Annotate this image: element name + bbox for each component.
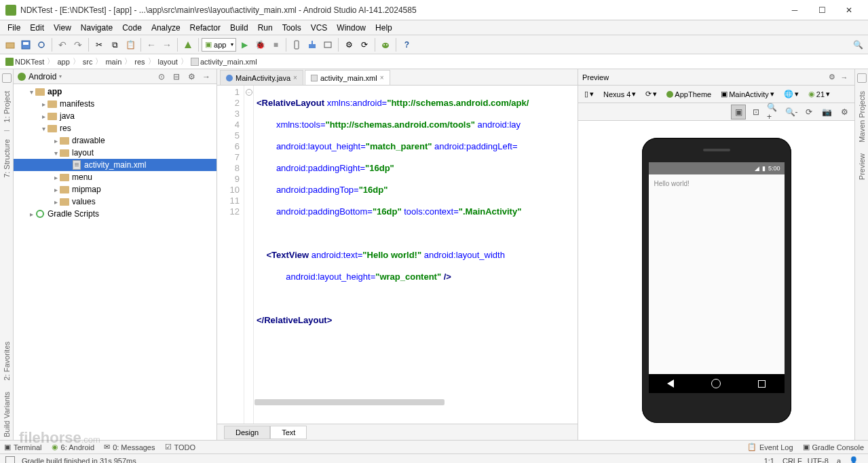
tool-windows-button[interactable] xyxy=(5,456,15,464)
crumb-app[interactable]: app xyxy=(56,58,71,66)
tree-values[interactable]: ▸values xyxy=(14,196,216,208)
minimize-button[interactable]: ─ xyxy=(781,2,808,18)
copy-button[interactable]: ⧉ xyxy=(107,37,122,52)
tool-favorites[interactable]: 2: Favorites xyxy=(3,339,11,383)
project-view-mode[interactable]: Android ▾ xyxy=(18,72,62,81)
tool-project[interactable]: 1: Project xyxy=(3,88,11,125)
design-tab[interactable]: Design xyxy=(224,426,270,439)
menu-file[interactable]: File xyxy=(3,22,25,34)
paste-button[interactable]: 📋 xyxy=(123,37,138,52)
tab-mainactivity[interactable]: MainActivity.java × xyxy=(220,70,303,85)
theme-select[interactable]: AppTheme xyxy=(663,88,715,100)
ddms-button[interactable] xyxy=(320,37,335,52)
refresh-preview-button[interactable]: ⟳ xyxy=(801,105,816,119)
zoom-fit-button[interactable]: ▣ xyxy=(731,105,746,119)
code-content[interactable]: <RelativeLayout xmlns:android="http://sc… xyxy=(254,86,578,424)
tree-manifests[interactable]: ▸manifests xyxy=(14,98,216,110)
tool-messages[interactable]: ✉0: Messages xyxy=(104,443,155,451)
device-name-select[interactable]: Nexus 4▾ xyxy=(600,88,639,100)
crumb-file[interactable]: activity_main.xml xyxy=(189,58,259,66)
device-select[interactable]: ▯▾ xyxy=(581,88,597,100)
tool-android-monitor[interactable]: ◉6: Android xyxy=(52,443,95,451)
tree-layout[interactable]: ▾layout xyxy=(14,147,216,159)
tree-app[interactable]: ▾app xyxy=(14,86,216,98)
menu-help[interactable]: Help xyxy=(371,22,397,34)
panel-settings-button[interactable]: ⚙ xyxy=(185,71,197,83)
undo-button[interactable]: ↶ xyxy=(55,37,70,52)
zoom-out-button[interactable]: 🔍- xyxy=(784,105,799,119)
sync-button[interactable] xyxy=(34,37,49,52)
tree-drawable[interactable]: ▸drawable xyxy=(14,134,216,147)
tab-close-icon[interactable]: × xyxy=(293,74,297,81)
tree-java[interactable]: ▸java xyxy=(14,110,216,122)
nav-back-button[interactable]: ← xyxy=(144,37,159,52)
tool-maven[interactable]: Maven Projects xyxy=(858,88,866,145)
code-editor[interactable]: 123456789101112 − <RelativeLayout xmlns:… xyxy=(217,86,578,424)
help-button[interactable]: ? xyxy=(399,37,414,52)
menu-refactor[interactable]: Refactor xyxy=(185,22,225,34)
sync-gradle-button[interactable]: ⟳ xyxy=(357,37,372,52)
menu-code[interactable]: Code xyxy=(117,22,147,34)
android-monitor-button[interactable] xyxy=(378,37,393,52)
tool-preview[interactable]: Preview xyxy=(858,151,866,183)
open-button[interactable] xyxy=(3,37,18,52)
crumb-root[interactable]: NDKTest xyxy=(4,58,45,66)
tab-close-icon[interactable]: × xyxy=(380,74,384,81)
activity-select[interactable]: ▣MainActivity▾ xyxy=(717,88,778,100)
tree-res[interactable]: ▾res xyxy=(14,122,216,134)
search-everywhere-button[interactable]: 🔍 xyxy=(850,37,865,52)
caret-position[interactable]: 1:1 xyxy=(760,457,778,464)
device-screen[interactable]: ◢ ▮ 5:00 Hello world! xyxy=(649,162,785,393)
tool-terminal[interactable]: ▣Terminal xyxy=(4,443,42,451)
crumb-res[interactable]: res xyxy=(133,58,146,66)
tool-gradle-console[interactable]: ▣Gradle Console xyxy=(803,443,864,451)
avd-manager-button[interactable] xyxy=(289,37,304,52)
menu-analyze[interactable]: Analyze xyxy=(147,22,185,34)
inspector-icon[interactable]: 👤 xyxy=(845,456,863,463)
zoom-in-button[interactable]: 🔍+ xyxy=(766,105,781,119)
menu-tools[interactable]: Tools xyxy=(278,22,306,34)
close-button[interactable]: ✕ xyxy=(835,2,863,18)
crumb-src[interactable]: src xyxy=(81,58,94,66)
make-button[interactable] xyxy=(181,37,195,52)
preview-settings-gear[interactable]: ⚙ xyxy=(837,105,852,119)
save-all-button[interactable] xyxy=(18,37,33,52)
run-config-select[interactable]: ▣ app xyxy=(202,38,236,52)
line-separator[interactable]: CRLF xyxy=(778,457,804,464)
tab-activity-main-xml[interactable]: activity_main.xml × xyxy=(305,70,390,85)
preview-hide-button[interactable]: → xyxy=(838,71,850,84)
stop-button[interactable]: ■ xyxy=(268,37,283,52)
context-indicator[interactable]: a xyxy=(833,457,845,464)
tool-structure[interactable]: 7: Structure xyxy=(3,136,11,181)
maximize-button[interactable]: ☐ xyxy=(808,2,835,18)
menu-window[interactable]: Window xyxy=(332,22,371,34)
tree-mipmap[interactable]: ▸mipmap xyxy=(14,183,216,196)
fold-icon[interactable]: − xyxy=(246,89,252,96)
hide-panel-button[interactable]: → xyxy=(200,71,212,83)
text-tab[interactable]: Text xyxy=(270,426,307,439)
tree-menu[interactable]: ▸menu xyxy=(14,171,216,183)
menu-view[interactable]: View xyxy=(49,22,76,34)
tool-todo[interactable]: ☑TODO xyxy=(165,443,196,451)
redo-button[interactable]: ↷ xyxy=(71,37,86,52)
debug-button[interactable]: 🐞 xyxy=(252,37,267,52)
menu-run[interactable]: Run xyxy=(253,22,278,34)
preview-settings-button[interactable]: ⚙ xyxy=(826,71,838,84)
collapse-all-button[interactable]: ⊟ xyxy=(170,71,183,83)
file-encoding[interactable]: UTF-8 xyxy=(804,457,833,464)
api-select[interactable]: ◉21▾ xyxy=(805,88,833,100)
run-button[interactable]: ▶ xyxy=(237,37,252,52)
cut-button[interactable]: ✂ xyxy=(92,37,107,52)
crumb-layout[interactable]: layout xyxy=(157,58,179,66)
captures-icon[interactable] xyxy=(2,73,12,83)
tree-gradle-scripts[interactable]: ▸Gradle Scripts xyxy=(14,208,216,220)
locale-select[interactable]: 🌐▾ xyxy=(780,88,802,100)
tool-event-log[interactable]: 📋Event Log xyxy=(747,443,793,451)
crumb-main[interactable]: main xyxy=(104,58,123,66)
nav-forward-button[interactable]: → xyxy=(159,37,174,52)
scroll-from-source-button[interactable]: ⊙ xyxy=(155,71,168,83)
preview-canvas[interactable]: ◢ ▮ 5:00 Hello world! xyxy=(578,121,854,440)
gradle-tool-icon[interactable] xyxy=(857,73,867,83)
zoom-actual-button[interactable]: ⊡ xyxy=(749,105,763,119)
menu-edit[interactable]: Edit xyxy=(25,22,49,34)
